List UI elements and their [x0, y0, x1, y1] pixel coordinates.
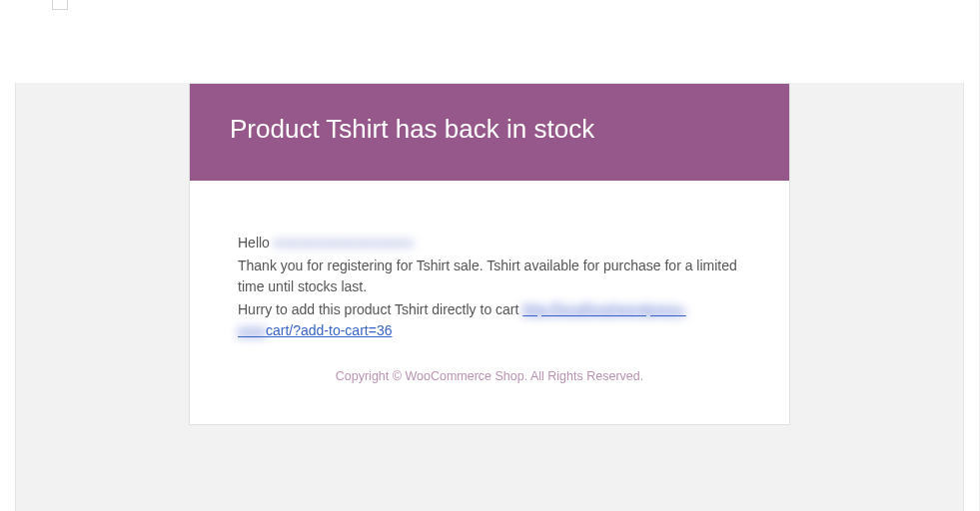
link-path-masked: xxxx [238, 322, 266, 338]
body-text: Thank you for registering for Tshirt sal… [238, 256, 741, 297]
greeting-prefix: Hello [238, 235, 274, 251]
panel-tab-stub [52, 0, 68, 10]
link-host-masked: http://localhost/wordpress- [522, 301, 685, 317]
greeting-line: Hello xxxxxxxxxxxxxxxxxxxx [238, 233, 741, 254]
link-visible-part: cart/?add-to-cart=36 [266, 322, 392, 338]
email-body: Hello xxxxxxxxxxxxxxxxxxxx Thank you for… [190, 181, 789, 424]
recipient-email-masked: xxxxxxxxxxxxxxxxxxxx [274, 235, 414, 251]
preview-panel: Product Tshirt has back in stock Hello x… [15, 83, 964, 511]
email-title: Product Tshirt has back in stock [230, 114, 749, 145]
email-card: Product Tshirt has back in stock Hello x… [189, 83, 790, 425]
email-footer: Copyright © WooCommerce Shop. All Rights… [238, 367, 741, 386]
hurry-line: Hurry to add this product Tshirt directl… [238, 299, 741, 341]
hurry-prefix: Hurry to add this product Tshirt directl… [238, 301, 522, 317]
email-header: Product Tshirt has back in stock [190, 84, 789, 181]
